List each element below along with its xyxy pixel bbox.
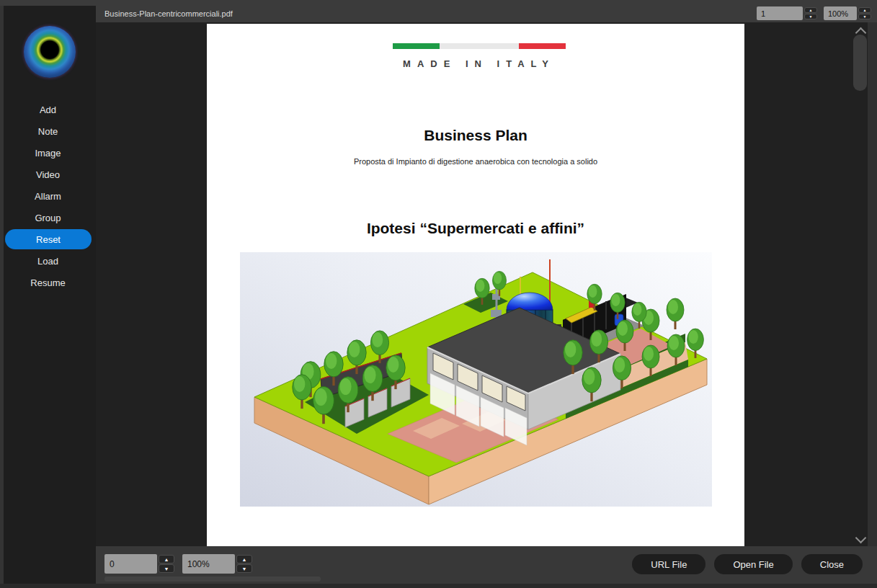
pdf-page: MADE IN ITALY Business Plan Proposta di … — [207, 24, 744, 546]
sidebar-item-group[interactable]: Group — [0, 207, 96, 228]
sidebar-item-load[interactable]: Load — [0, 250, 96, 272]
flag-grey-segment — [440, 43, 519, 49]
zoom-level-input[interactable]: 100% — [824, 6, 857, 20]
spin-down-icon[interactable]: ▼ — [159, 564, 174, 573]
page-number-spinner: 1 ▲ ▼ — [757, 6, 817, 20]
app-logo-eye-icon — [24, 26, 76, 78]
sidebar-item-reset[interactable]: Reset — [5, 229, 92, 249]
plant-figure-svg — [240, 252, 712, 507]
spin-down-icon[interactable]: ▼ — [236, 564, 252, 573]
bottom-bar: 0 ▲ ▼ 100% ▲ ▼ URL File Open File Close — [96, 546, 877, 584]
title-bar: Business-Plan-centricommerciali.pdf 1 ▲ … — [0, 0, 877, 22]
flag-red-segment — [519, 43, 566, 49]
plant-3d-render — [240, 252, 712, 507]
titlebar-controls: 1 ▲ ▼ 100% ▲ ▼ — [757, 6, 871, 20]
sidebar-menu: Add Note Image Video Allarm Group Reset … — [0, 99, 96, 293]
spin-down-icon[interactable]: ▼ — [858, 14, 871, 19]
vertical-scrollbar-thumb[interactable] — [853, 35, 867, 91]
url-file-button[interactable]: URL File — [632, 554, 705, 574]
spin-down-icon[interactable]: ▼ — [804, 14, 817, 19]
page-number-input[interactable]: 1 — [757, 6, 803, 20]
bottom-bar-buttons: URL File Open File Close — [632, 554, 863, 574]
close-button[interactable]: Close — [801, 554, 863, 574]
bottom-page-spinner: 0 ▲ ▼ — [104, 554, 174, 574]
spin-up-icon[interactable]: ▲ — [236, 555, 252, 564]
bottom-bar-controls: 0 ▲ ▼ 100% ▲ ▼ — [104, 554, 252, 574]
window-right-edge — [868, 22, 877, 546]
bottom-zoom-arrows: ▲ ▼ — [236, 555, 252, 573]
bottom-zoom-spinner: 100% ▲ ▼ — [182, 554, 252, 574]
page-number-arrows: ▲ ▼ — [804, 7, 817, 19]
sidebar-item-video[interactable]: Video — [0, 164, 96, 185]
application-window: Business-Plan-centricommerciali.pdf 1 ▲ … — [0, 0, 877, 588]
zoom-level-spinner: 100% ▲ ▼ — [824, 6, 871, 20]
window-left-edge — [0, 6, 4, 588]
spin-up-icon[interactable]: ▲ — [804, 7, 817, 13]
document-subtitle: Proposta di Impianto di digestione anaer… — [207, 157, 744, 166]
scroll-down-icon[interactable] — [855, 533, 867, 544]
italy-flag-bar — [393, 43, 566, 49]
zoom-level-arrows: ▲ ▼ — [858, 7, 871, 19]
pdf-viewer: MADE IN ITALY Business Plan Proposta di … — [96, 22, 877, 546]
sidebar-item-allarm[interactable]: Allarm — [0, 185, 96, 207]
section-heading: Ipotesi “Supermercati e affini” — [207, 220, 744, 237]
window-bottom-edge — [0, 584, 877, 588]
bottom-page-input[interactable]: 0 — [104, 554, 157, 574]
sidebar-item-image[interactable]: Image — [0, 142, 96, 164]
spin-up-icon[interactable]: ▲ — [858, 7, 871, 13]
bottom-page-arrows: ▲ ▼ — [159, 555, 174, 573]
sidebar-item-resume[interactable]: Resume — [0, 272, 96, 293]
sidebar-item-add[interactable]: Add — [0, 99, 96, 120]
open-file-button[interactable]: Open File — [714, 554, 792, 574]
horizontal-scrollbar-thumb[interactable] — [104, 576, 321, 582]
made-in-italy-label: MADE IN ITALY — [207, 58, 744, 69]
sidebar: Add Note Image Video Allarm Group Reset … — [0, 6, 96, 588]
bottom-zoom-input[interactable]: 100% — [182, 554, 235, 574]
sidebar-item-note[interactable]: Note — [0, 120, 96, 142]
spin-up-icon[interactable]: ▲ — [159, 555, 174, 564]
flag-green-segment — [393, 43, 440, 49]
document-title: Business Plan — [207, 127, 744, 144]
document-tab[interactable]: Business-Plan-centricommerciali.pdf — [104, 6, 233, 22]
